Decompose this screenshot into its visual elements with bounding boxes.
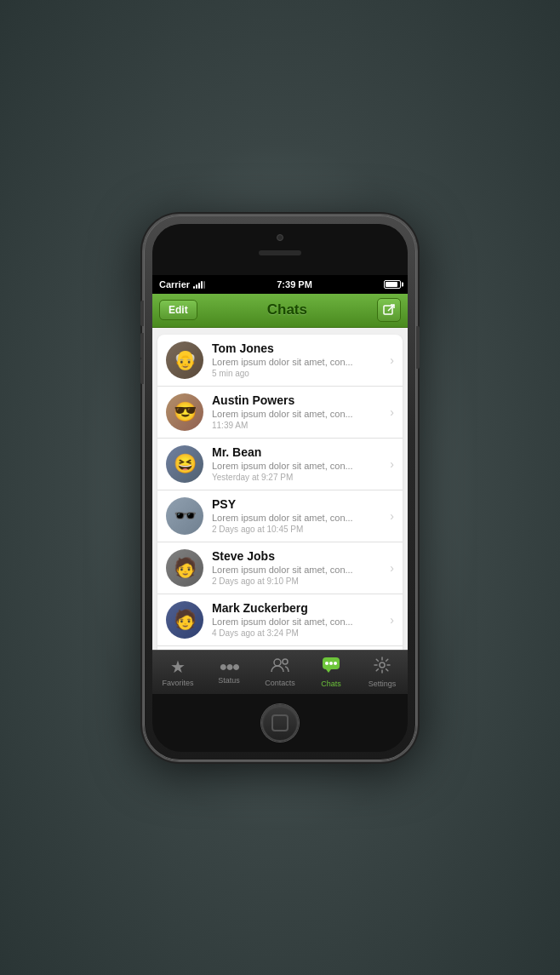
compose-icon bbox=[383, 304, 395, 316]
chat-item[interactable]: 🧑 Mark Zuckerberg Lorem ipsum dolor sit … bbox=[157, 594, 403, 646]
nav-title: Chats bbox=[267, 301, 307, 318]
chat-item[interactable]: 👩 J.Lo Lorem ipsum dolor sit amet, con..… bbox=[157, 646, 403, 650]
chat-item[interactable]: 👴 Tom Jones Lorem ipsum dolor sit amet, … bbox=[157, 335, 403, 387]
chat-info: PSY Lorem ipsum dolor sit amet, con... 2… bbox=[212, 497, 385, 534]
status-left: Carrier bbox=[159, 279, 205, 290]
chat-name: Tom Jones bbox=[212, 341, 385, 355]
chevron-icon: › bbox=[390, 457, 394, 471]
nav-bar: Edit Chats bbox=[152, 294, 408, 328]
chat-time: 11:39 AM bbox=[212, 421, 385, 430]
avatar-emoji: 😎 bbox=[174, 401, 197, 423]
compose-button[interactable] bbox=[377, 298, 401, 322]
tab-status[interactable]: ●●● Status bbox=[203, 651, 254, 694]
avatar-emoji: 🧑 bbox=[174, 609, 197, 631]
chat-name: Mr. Bean bbox=[212, 445, 385, 459]
chat-preview: Lorem ipsum dolor sit amet, con... bbox=[212, 461, 385, 471]
chat-preview: Lorem ipsum dolor sit amet, con... bbox=[212, 409, 385, 419]
chat-info: Steve Jobs Lorem ipsum dolor sit amet, c… bbox=[212, 549, 385, 586]
avatar: 👴 bbox=[166, 341, 203, 379]
svg-point-2 bbox=[283, 659, 288, 664]
signal-bar-4 bbox=[201, 281, 203, 289]
avatar-emoji: 🕶️ bbox=[174, 505, 197, 527]
chat-info: Tom Jones Lorem ipsum dolor sit amet, co… bbox=[212, 341, 385, 378]
contacts-label: Contacts bbox=[265, 679, 295, 687]
avatar: 🧑 bbox=[166, 549, 203, 587]
tab-chats[interactable]: Chats bbox=[306, 651, 357, 694]
chat-preview: Lorem ipsum dolor sit amet, con... bbox=[212, 513, 385, 523]
chat-item[interactable]: 🕶️ PSY Lorem ipsum dolor sit amet, con..… bbox=[157, 490, 403, 542]
camera bbox=[277, 234, 283, 241]
favorites-icon: ★ bbox=[170, 657, 186, 677]
signal-bar-2 bbox=[196, 284, 197, 289]
signal-bar-1 bbox=[193, 286, 195, 289]
screen: Carrier 7:39 PM bbox=[152, 275, 408, 694]
chat-item[interactable]: 😎 Austin Powers Lorem ipsum dolor sit am… bbox=[157, 387, 403, 439]
svg-point-7 bbox=[380, 662, 385, 668]
chat-info: Mark Zuckerberg Lorem ipsum dolor sit am… bbox=[212, 601, 385, 638]
avatar: 😆 bbox=[166, 445, 203, 483]
chat-preview: Lorem ipsum dolor sit amet, con... bbox=[212, 617, 385, 627]
svg-point-6 bbox=[334, 662, 337, 665]
settings-label: Settings bbox=[369, 680, 397, 688]
avatar-emoji: 👴 bbox=[174, 349, 197, 371]
avatar: 😎 bbox=[166, 393, 203, 431]
svg-point-5 bbox=[329, 662, 333, 665]
chevron-icon: › bbox=[390, 509, 394, 523]
chat-name: Steve Jobs bbox=[212, 549, 385, 563]
chat-preview: Lorem ipsum dolor sit amet, con... bbox=[212, 565, 385, 575]
chats-label: Chats bbox=[321, 680, 341, 688]
chat-item[interactable]: 😆 Mr. Bean Lorem ipsum dolor sit amet, c… bbox=[157, 439, 403, 490]
chat-name: Mark Zuckerberg bbox=[212, 601, 385, 615]
status-time: 7:39 PM bbox=[277, 279, 312, 290]
chevron-icon: › bbox=[390, 613, 394, 627]
avatar-emoji: 😆 bbox=[174, 453, 197, 475]
chat-time: 2 Days ago at 10:45 PM bbox=[212, 525, 385, 534]
settings-icon bbox=[374, 657, 391, 678]
tab-settings[interactable]: Settings bbox=[357, 651, 408, 694]
chevron-icon: › bbox=[390, 561, 394, 575]
status-icon: ●●● bbox=[220, 659, 239, 674]
carrier-label: Carrier bbox=[159, 279, 190, 290]
chat-time: Yesterday at 9:27 PM bbox=[212, 473, 385, 482]
svg-point-4 bbox=[325, 662, 329, 665]
home-button-inner bbox=[271, 714, 289, 731]
chevron-icon: › bbox=[390, 405, 394, 419]
chat-preview: Lorem ipsum dolor sit amet, con... bbox=[212, 357, 385, 367]
svg-point-1 bbox=[274, 659, 281, 666]
chat-list: 👴 Tom Jones Lorem ipsum dolor sit amet, … bbox=[152, 328, 408, 650]
top-bezel bbox=[152, 224, 408, 275]
chat-info: Mr. Bean Lorem ipsum dolor sit amet, con… bbox=[212, 445, 385, 482]
chat-item[interactable]: 🧑 Steve Jobs Lorem ipsum dolor sit amet,… bbox=[157, 542, 403, 594]
avatar-emoji: 🧑 bbox=[174, 557, 197, 579]
tab-favorites[interactable]: ★ Favorites bbox=[152, 651, 203, 694]
bottom-bezel bbox=[152, 694, 408, 752]
speaker bbox=[259, 250, 301, 255]
tab-bar: ★ Favorites ●●● Status bbox=[152, 650, 408, 694]
signal-bars bbox=[193, 280, 205, 289]
chat-name: PSY bbox=[212, 497, 385, 511]
tab-contacts[interactable]: Contacts bbox=[254, 651, 306, 694]
chats-icon bbox=[322, 657, 340, 678]
chevron-icon: › bbox=[390, 353, 394, 367]
chat-time: 4 Days ago at 3:24 PM bbox=[212, 628, 385, 638]
home-button[interactable] bbox=[261, 704, 299, 742]
status-right bbox=[384, 280, 401, 289]
phone-frame: Carrier 7:39 PM bbox=[144, 215, 416, 760]
phone-inner: Carrier 7:39 PM bbox=[152, 224, 408, 752]
chat-list-inner: 👴 Tom Jones Lorem ipsum dolor sit amet, … bbox=[157, 335, 403, 650]
edit-button[interactable]: Edit bbox=[159, 300, 197, 320]
status-label: Status bbox=[218, 676, 240, 685]
chat-time: 2 Days ago at 9:10 PM bbox=[212, 576, 385, 586]
favorites-label: Favorites bbox=[162, 679, 193, 687]
contacts-icon bbox=[271, 657, 289, 677]
avatar: 🕶️ bbox=[166, 497, 203, 535]
chat-time: 5 min ago bbox=[212, 369, 385, 378]
signal-bar-5 bbox=[203, 281, 205, 289]
avatar: 🧑 bbox=[166, 601, 203, 639]
chat-info: Austin Powers Lorem ipsum dolor sit amet… bbox=[212, 393, 385, 430]
battery-icon bbox=[384, 280, 401, 289]
signal-bar-3 bbox=[198, 283, 200, 289]
battery-fill bbox=[386, 282, 397, 287]
chat-name: Austin Powers bbox=[212, 393, 385, 407]
status-bar: Carrier 7:39 PM bbox=[152, 275, 408, 294]
